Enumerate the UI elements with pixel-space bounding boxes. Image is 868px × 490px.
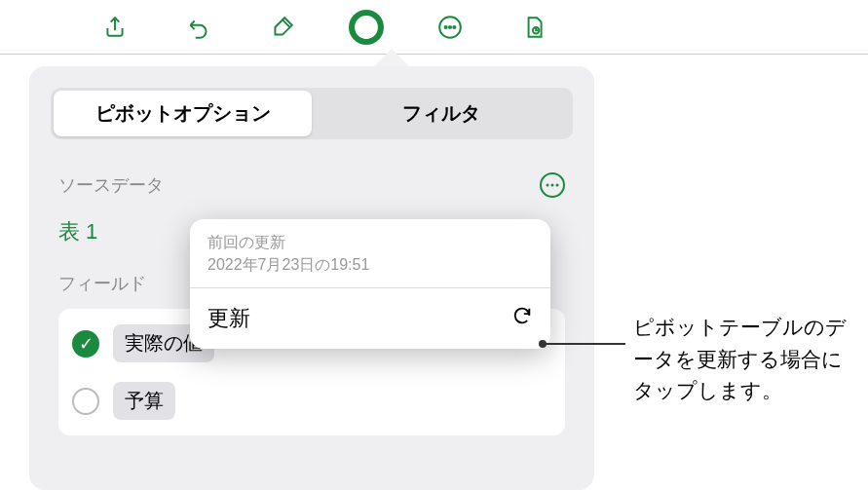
annotation-text: ピボットテーブルのデータを更新する場合にタップします。 (633, 312, 857, 407)
refresh-popup: 前回の更新 2022年7月23日の19:51 更新 (190, 219, 550, 349)
toolbar (0, 0, 868, 55)
checkbox-unchecked-icon[interactable] (72, 388, 99, 415)
refresh-label: 更新 (208, 304, 250, 333)
share-icon[interactable] (97, 10, 132, 45)
source-data-label: ソースデータ (58, 173, 164, 197)
source-data-header: ソースデータ (51, 167, 573, 204)
field-row[interactable]: 予算 (58, 372, 565, 430)
popup-header: 前回の更新 2022年7月23日の19:51 (190, 219, 550, 288)
format-icon[interactable] (265, 10, 300, 45)
checkbox-checked-icon[interactable]: ✓ (72, 330, 99, 358)
svg-point-3 (449, 25, 451, 27)
svg-point-8 (556, 184, 559, 187)
popover-pointer (374, 49, 409, 66)
svg-point-7 (551, 184, 554, 187)
tab-segmented-control: ピボットオプション フィルタ (51, 88, 573, 139)
refresh-icon (511, 305, 533, 332)
document-icon[interactable] (516, 10, 551, 45)
source-more-icon[interactable] (540, 172, 565, 198)
svg-point-6 (547, 184, 549, 187)
svg-point-4 (453, 25, 455, 27)
refresh-button[interactable]: 更新 (190, 288, 550, 349)
annotation-leader (543, 343, 625, 345)
last-update-date: 2022年7月23日の19:51 (208, 255, 533, 276)
last-update-label: 前回の更新 (208, 233, 533, 253)
tab-filter[interactable]: フィルタ (312, 91, 570, 136)
organize-icon[interactable] (349, 10, 384, 45)
tab-pivot-options[interactable]: ピボットオプション (54, 91, 312, 136)
field-chip[interactable]: 予算 (113, 382, 175, 420)
more-icon[interactable] (433, 10, 468, 45)
svg-point-2 (445, 25, 447, 27)
undo-icon[interactable] (181, 10, 216, 45)
